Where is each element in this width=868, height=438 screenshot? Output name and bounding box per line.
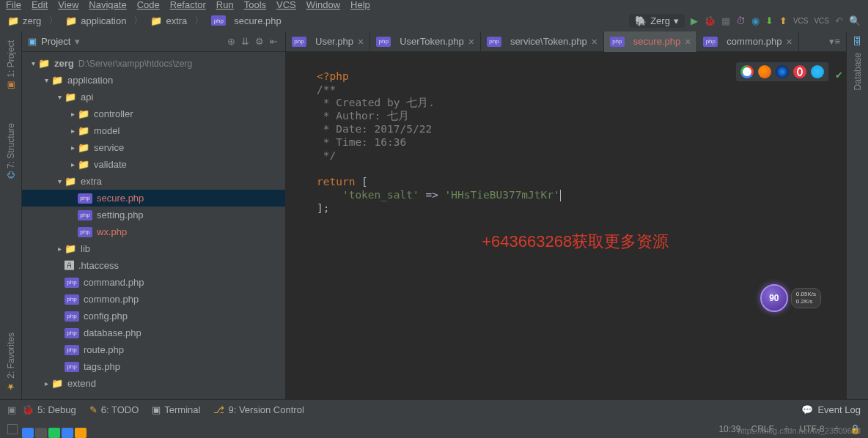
project-tree[interactable]: 📁 zerg D:\Server\xampp\htdocs\zerg 📁 app…: [22, 52, 285, 399]
php-icon: php: [78, 193, 92, 204]
menu-help[interactable]: Help: [350, 0, 370, 10]
update-up-icon[interactable]: ⬆: [779, 15, 787, 26]
sidebar-tab-structure[interactable]: ⌬ 7: Structure: [6, 123, 16, 179]
tree-wx[interactable]: php wx.php: [22, 223, 285, 240]
tree-lib[interactable]: 📁 lib: [22, 240, 285, 257]
collapse-icon[interactable]: ⇊: [240, 36, 251, 47]
close-icon[interactable]: ×: [358, 36, 364, 48]
menubar: File Edit View Navigate Code Refactor Ru…: [0, 0, 868, 10]
breadcrumb-sep: 〉: [133, 14, 143, 27]
tray-icon[interactable]: [48, 428, 60, 438]
tab-list-icon[interactable]: ▾≡: [823, 36, 846, 47]
tab-event-log[interactable]: Event Log: [817, 404, 861, 415]
tray-icon[interactable]: [62, 428, 73, 438]
menu-code[interactable]: Code: [137, 0, 160, 10]
tab-secure[interactable]: php secure.php×: [604, 31, 698, 52]
target-icon[interactable]: ⊕: [226, 36, 237, 47]
tab-version-control[interactable]: ⎇ 9: Version Control: [213, 404, 304, 415]
dropdown-icon[interactable]: ▾: [75, 36, 80, 47]
undo-icon[interactable]: ↶: [835, 15, 843, 26]
tab-todo[interactable]: ✎ 6: TODO: [89, 404, 139, 415]
menu-refactor[interactable]: Refactor: [170, 0, 206, 10]
breadcrumb-item-application[interactable]: 📁 application: [65, 15, 126, 26]
project-title: Project: [41, 36, 70, 47]
sidebar-tab-project[interactable]: ▣ 1: Project: [6, 40, 16, 91]
php-icon: php: [65, 328, 79, 338]
menu-run[interactable]: Run: [216, 0, 234, 10]
tab-common[interactable]: php common.php×: [697, 31, 798, 52]
menu-tools[interactable]: Tools: [244, 0, 266, 10]
tree-controller[interactable]: 📁 controller: [22, 105, 285, 122]
tab-token[interactable]: php service\Token.php×: [481, 31, 604, 52]
tree-service[interactable]: 📁 service: [22, 139, 285, 156]
tree-validate[interactable]: 📁 validate: [22, 156, 285, 173]
breadcrumb-item-extra[interactable]: 📁 extra: [150, 15, 187, 26]
tree-api[interactable]: 📁 api: [22, 89, 285, 105]
opera-icon[interactable]: [793, 65, 806, 78]
tree-command[interactable]: php command.php: [22, 274, 285, 291]
menu-view[interactable]: View: [58, 0, 78, 10]
editor-body[interactable]: <?php /** * Created by 七月. * Author: 七月 …: [286, 52, 846, 399]
tool-window-bar-left: ▣ 1: Project ⌬ 7: Structure ★ 2: Favorit…: [0, 31, 22, 399]
chrome-icon[interactable]: [740, 65, 754, 78]
close-icon[interactable]: ×: [787, 36, 792, 48]
run-config-selector[interactable]: 🐘 Zerg ▾: [629, 14, 685, 28]
breadcrumb-sep: 〉: [48, 14, 58, 27]
tree-tags[interactable]: php tags.php: [22, 358, 285, 375]
tab-user[interactable]: php User.php×: [286, 31, 370, 52]
toolbar-right: 🐘 Zerg ▾ ▶ 🐞 ▦ ⏱ ◉ ⬇ ⬆ VCS VCS ↶ 🔍: [629, 14, 861, 28]
tree-extend[interactable]: 📁 extend: [22, 375, 285, 392]
menu-navigate[interactable]: Navigate: [89, 0, 126, 10]
close-icon[interactable]: ×: [468, 36, 474, 48]
tree-extra[interactable]: 📁 extra: [22, 173, 285, 190]
tray-icon[interactable]: [35, 428, 47, 438]
run-icon[interactable]: ▶: [691, 15, 698, 26]
hide-icon[interactable]: ⇤: [268, 36, 279, 47]
toolwindow-toggle-icon[interactable]: ▣: [7, 404, 16, 415]
breadcrumb-item-zerg[interactable]: 📁 zerg: [7, 15, 41, 26]
tree-model[interactable]: 📁 model: [22, 122, 285, 139]
structure-icon: ⌬: [6, 171, 16, 179]
close-icon[interactable]: ×: [592, 36, 597, 48]
tree-htaccess[interactable]: 🅰 .htaccess: [22, 257, 285, 274]
tree-setting[interactable]: php setting.php: [22, 207, 285, 223]
debug-icon[interactable]: 🐞: [704, 15, 716, 26]
profile-icon[interactable]: ⏱: [736, 15, 746, 26]
update-down-icon[interactable]: ⬇: [765, 15, 773, 26]
sidebar-tab-favorites[interactable]: ★ 2: Favorites: [6, 333, 16, 392]
tray-icon[interactable]: [22, 428, 34, 438]
search-icon[interactable]: 🔍: [849, 15, 861, 26]
tree-config[interactable]: php config.php: [22, 308, 285, 324]
firefox-icon[interactable]: [758, 65, 771, 78]
stop-icon[interactable]: ◉: [751, 15, 760, 26]
gear-icon[interactable]: ⚙: [254, 36, 265, 47]
breadcrumb-item-file[interactable]: php secure.php: [211, 15, 281, 26]
sidebar-tab-database[interactable]: Database: [853, 53, 863, 90]
menu-vcs[interactable]: VCS: [276, 0, 296, 10]
ie-icon[interactable]: [811, 65, 824, 78]
tree-application[interactable]: 📁 application: [22, 72, 285, 89]
network-speed-circle[interactable]: 90: [760, 284, 788, 312]
close-icon[interactable]: ×: [685, 36, 691, 48]
tree-route[interactable]: php route.php: [22, 341, 285, 358]
tab-terminal[interactable]: ▣ Terminal: [152, 404, 200, 415]
tree-database[interactable]: php database.php: [22, 324, 285, 341]
status-box-icon[interactable]: [7, 424, 18, 434]
tree-common[interactable]: php common.php: [22, 291, 285, 308]
eventlog-icon: 💬: [801, 404, 813, 415]
tray-icon[interactable]: [75, 428, 87, 438]
tree-root[interactable]: 📁 zerg D:\Server\xampp\htdocs\zerg: [22, 55, 285, 72]
menu-file[interactable]: File: [6, 0, 21, 10]
analysis-ok-icon: ✔: [835, 70, 843, 81]
coverage-icon[interactable]: ▦: [721, 15, 730, 26]
menu-edit[interactable]: Edit: [32, 0, 48, 10]
database-icon[interactable]: 🗄: [853, 36, 862, 47]
tree-secure[interactable]: php secure.php: [22, 190, 285, 207]
safari-icon[interactable]: [776, 65, 789, 78]
main-area: ▣ 1: Project ⌬ 7: Structure ★ 2: Favorit…: [0, 31, 868, 399]
php-icon: php: [703, 37, 718, 47]
menu-window[interactable]: Window: [306, 0, 340, 10]
tab-debug[interactable]: 🐞 5: Debug: [22, 404, 76, 415]
php-icon: php: [78, 210, 92, 220]
tab-usertoken[interactable]: php UserToken.php×: [370, 31, 481, 52]
